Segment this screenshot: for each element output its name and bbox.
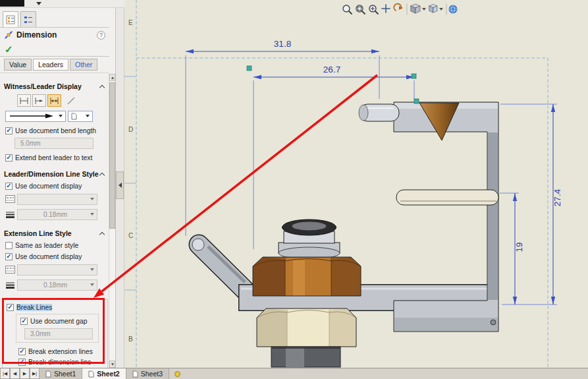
extend-bent-leader-checkbox[interactable]: ✓ Extend bent leader to text	[5, 153, 107, 162]
tab-value[interactable]: Value	[4, 59, 32, 71]
arrow-style-row	[5, 110, 109, 122]
dimension-text: 26.7	[323, 65, 340, 74]
tab-property-manager[interactable]	[3, 11, 18, 27]
scroll-up-button[interactable]	[109, 74, 115, 81]
part-stud[interactable]	[271, 347, 340, 367]
dimension-grip-handle	[414, 99, 419, 103]
zone-label: C	[128, 232, 133, 239]
pan-icon[interactable]	[382, 5, 390, 13]
zoom-in-out-icon[interactable]	[369, 5, 378, 14]
checkbox-box: ✓	[7, 304, 14, 311]
dimension-text: 27.4	[552, 189, 562, 206]
zone-label: B	[128, 335, 133, 343]
checkbox-box: ✓	[5, 253, 13, 260]
dimension-31-8[interactable]: 31.8	[186, 39, 379, 236]
dimension-icon	[4, 30, 13, 40]
dimension-19[interactable]: 19	[500, 193, 524, 305]
section-header-extension-line-style[interactable]: Extension Line Style	[0, 228, 109, 239]
display-style-icon[interactable]	[411, 4, 426, 13]
last-sheet-button[interactable]: ▶|	[30, 368, 40, 379]
collapse-panel-button[interactable]	[116, 171, 124, 199]
leader-use-document-display-checkbox[interactable]: ✓ Use document display	[5, 181, 107, 190]
panel-splitter[interactable]	[116, 8, 124, 368]
triangle-up-icon	[111, 76, 114, 79]
zoom-area-icon[interactable]	[356, 5, 365, 14]
chevron-down-icon	[90, 198, 94, 200]
globe-icon[interactable]	[449, 5, 457, 13]
section-title: Extension Line Style	[4, 229, 72, 237]
witness-style-icon	[34, 97, 44, 105]
arrow-style-sample	[9, 113, 55, 119]
witness-style-button-1[interactable]	[17, 94, 31, 107]
break-lines-checkbox[interactable]: ✓ Break Lines	[7, 303, 106, 312]
use-document-gap-checkbox[interactable]: ✓ Use document gap	[20, 316, 97, 326]
rotate-view-icon[interactable]	[394, 4, 403, 11]
dimension-text: 19	[514, 242, 524, 252]
arrow-style-dropdown[interactable]	[5, 111, 66, 122]
tab-configurations[interactable]	[20, 11, 36, 27]
leader-style-dropdown[interactable]	[68, 111, 93, 122]
break-dimension-line-checkbox[interactable]: ✓ Break dimension line	[18, 357, 103, 366]
same-as-leader-style-checkbox[interactable]: Same as leader style	[5, 241, 107, 250]
part-cap[interactable]	[279, 219, 340, 259]
toolbar-dropdown-caret-icon[interactable]	[36, 2, 41, 5]
chevron-down-icon	[90, 283, 94, 286]
chevron-down-icon[interactable]	[422, 8, 426, 11]
witness-style-button-2[interactable]	[32, 94, 46, 107]
tab-sheet1[interactable]: Sheet1	[40, 368, 82, 379]
checkbox-label: Break Lines	[16, 304, 52, 311]
help-icon[interactable]: ?	[97, 31, 105, 40]
extension-line-style-row	[5, 264, 109, 276]
witness-style-icon	[19, 97, 29, 105]
panel-scrollbar[interactable]	[109, 74, 115, 368]
window-fragment	[0, 0, 24, 7]
checkbox-box: ✓	[18, 359, 26, 366]
zone-label: D	[128, 126, 133, 133]
tab-sheet3[interactable]: Sheet3	[126, 368, 169, 379]
scrollbar-thumb[interactable]	[109, 82, 115, 229]
triangle-left-icon	[119, 183, 122, 188]
checkbox-label: Extend bent leader to text	[15, 154, 92, 161]
checkbox-label: Use document gap	[30, 318, 87, 325]
chevron-down-icon[interactable]	[439, 8, 443, 11]
next-sheet-button[interactable]: ▶	[20, 368, 30, 379]
scroll-down-button[interactable]	[109, 361, 115, 368]
previous-sheet-button[interactable]: ◀	[10, 368, 20, 379]
dimension-subtabs: Value Leaders Other	[0, 57, 109, 73]
window-top-strip	[0, 0, 124, 8]
ok-button[interactable]: ✓	[0, 42, 109, 57]
bracket-hole	[491, 320, 496, 325]
dimension-text: 31.8	[274, 39, 291, 49]
collapse-chevron-icon	[99, 84, 105, 90]
sheet-indicator-icon	[174, 371, 180, 377]
tab-sheet2[interactable]: Sheet2	[82, 368, 126, 379]
checkbox-label: Use document display	[15, 183, 82, 190]
first-sheet-button[interactable]: |◀	[0, 368, 10, 379]
tab-leaders[interactable]: Leaders	[33, 59, 68, 71]
extension-use-document-display-checkbox[interactable]: ✓ Use document display	[5, 252, 107, 261]
dimension-26-7[interactable]: 26.7	[247, 65, 419, 249]
section-header-leader-dimension-line-style[interactable]: Leader/Dimension Line Style	[0, 169, 109, 179]
use-document-bend-length-checkbox[interactable]: ✓ Use document bend length	[5, 126, 107, 135]
smart-arrow-icon[interactable]	[67, 96, 76, 105]
part-spring-arm[interactable]	[396, 190, 498, 205]
checkbox-box: ✓	[20, 318, 28, 325]
part-cream-nut[interactable]	[257, 308, 356, 347]
extension-line-thickness-row: 0.18mm	[5, 279, 109, 291]
checkbox-label: Break dimension line	[28, 359, 92, 366]
dimension-27-4[interactable]: 27.4	[500, 104, 562, 305]
drawing-graphics-area[interactable]: E D C B	[124, 0, 588, 368]
section-header-witness-leader-display[interactable]: Witness/Leader Display	[0, 81, 109, 92]
break-extension-lines-checkbox[interactable]: ✓ Break extension lines	[18, 347, 103, 356]
part-pin[interactable]	[359, 104, 399, 121]
extension-line-style-dropdown	[17, 264, 97, 276]
tab-other[interactable]: Other	[70, 59, 97, 71]
part-bronze-nut[interactable]	[253, 257, 361, 296]
view-orientation-icon[interactable]	[429, 5, 443, 13]
dimension-grip-handle	[247, 66, 252, 71]
triangle-down-icon	[111, 363, 114, 366]
heads-up-view-toolbar	[343, 4, 457, 15]
sheet-icon	[88, 370, 94, 378]
witness-style-button-3[interactable]	[47, 94, 61, 107]
zoom-fit-icon[interactable]	[343, 5, 352, 14]
